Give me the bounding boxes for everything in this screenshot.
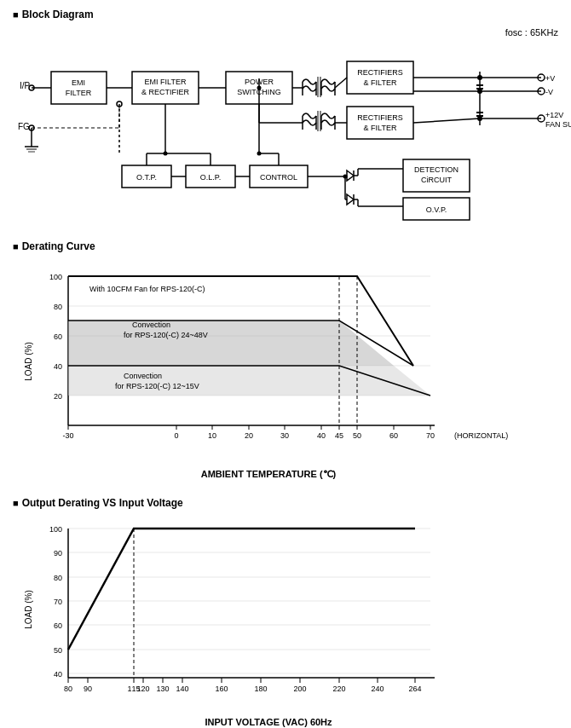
svg-text:20: 20 — [54, 392, 62, 401]
svg-text:& FILTER: & FILTER — [364, 78, 397, 87]
svg-text:80: 80 — [54, 574, 62, 582]
derating-xlabel: AMBIENT TEMPERATURE (℃) — [21, 469, 516, 480]
svg-text:& FILTER: & FILTER — [364, 124, 397, 132]
svg-rect-30 — [347, 107, 413, 139]
svg-text:FAN SUPPLY: FAN SUPPLY — [545, 120, 571, 129]
svg-point-77 — [257, 86, 262, 90]
svg-text:O.T.P.: O.T.P. — [136, 173, 157, 182]
svg-text:160: 160 — [215, 685, 228, 693]
output-derating-xlabel: INPUT VOLTAGE (VAC) 60Hz — [21, 717, 516, 727]
svg-text:70: 70 — [426, 431, 435, 440]
svg-text:70: 70 — [54, 598, 62, 606]
derating-chart-container: LOAD (%) 100 80 60 40 20 — [21, 259, 516, 480]
svg-text:100: 100 — [49, 273, 62, 281]
block-diagram-svg: I/P FG EMI FILTER EMI FILTER & RECTIFIER… — [13, 27, 558, 223]
svg-text:for RPS-120(-C) 24~48V: for RPS-120(-C) 24~48V — [124, 331, 208, 339]
svg-line-69 — [335, 78, 347, 88]
svg-text:LOAD (%): LOAD (%) — [24, 342, 33, 381]
svg-marker-87 — [347, 170, 354, 181]
svg-text:80: 80 — [54, 303, 62, 311]
svg-text:60: 60 — [54, 621, 62, 630]
svg-text:Convection: Convection — [132, 321, 170, 329]
svg-text:200: 200 — [293, 685, 306, 693]
svg-text:With 10CFM Fan for RPS-120(-C): With 10CFM Fan for RPS-120(-C) — [89, 285, 205, 293]
svg-text:LOAD (%): LOAD (%) — [24, 590, 33, 629]
svg-text:CONTROL: CONTROL — [260, 173, 297, 182]
svg-text:+V: +V — [545, 74, 555, 83]
svg-text:O.V.P.: O.V.P. — [426, 205, 447, 214]
svg-text:220: 220 — [332, 685, 345, 693]
svg-text:O.L.P.: O.L.P. — [200, 173, 221, 182]
svg-text:CiRCUIT: CiRCUIT — [421, 176, 452, 184]
svg-text:-V: -V — [545, 88, 553, 96]
svg-text:50: 50 — [54, 646, 62, 655]
svg-text:120: 120 — [136, 685, 149, 693]
svg-text:DETECTION: DETECTION — [414, 165, 459, 174]
svg-text:50: 50 — [353, 431, 361, 440]
svg-text:60: 60 — [54, 332, 62, 341]
svg-text:0: 0 — [174, 431, 178, 440]
svg-text:264: 264 — [408, 685, 421, 693]
svg-text:90: 90 — [84, 685, 92, 693]
svg-text:EMI FILTER: EMI FILTER — [145, 78, 187, 86]
svg-text:10: 10 — [208, 431, 216, 440]
output-derating-chart-container: LOAD (%) 100 90 80 70 60 50 40 — [21, 516, 516, 727]
svg-text:(HORIZONTAL): (HORIZONTAL) — [454, 431, 508, 440]
svg-text:RECTIFIERS: RECTIFIERS — [357, 113, 403, 122]
derating-title: Derating Curve — [13, 240, 558, 252]
svg-text:EMI: EMI — [72, 78, 85, 87]
svg-marker-144 — [68, 366, 430, 396]
block-diagram-title: Block Diagram — [13, 9, 558, 20]
svg-text:45: 45 — [335, 431, 343, 440]
svg-text:FILTER: FILTER — [66, 89, 92, 97]
svg-text:40: 40 — [317, 431, 326, 440]
svg-text:Convection: Convection — [124, 372, 162, 380]
svg-text:+12V: +12V — [545, 111, 563, 119]
svg-marker-93 — [347, 194, 354, 205]
output-derating-chart-svg: LOAD (%) 100 90 80 70 60 50 40 — [21, 516, 516, 712]
svg-text:90: 90 — [54, 549, 62, 558]
derating-section: Derating Curve LOAD (%) 100 80 60 40 20 — [13, 240, 558, 480]
svg-rect-6 — [51, 72, 107, 104]
output-derating-title: Output Derating VS Input Voltage — [13, 497, 558, 509]
svg-text:130: 130 — [156, 685, 169, 693]
svg-text:FG: FG — [18, 122, 30, 131]
svg-text:-30: -30 — [62, 431, 73, 440]
svg-point-100 — [343, 175, 348, 179]
svg-text:60: 60 — [389, 431, 398, 440]
svg-text:20: 20 — [245, 431, 253, 440]
block-diagram-container: fosc : 65KHz I/P FG EMI FILTER EMI FILTE… — [13, 27, 558, 223]
derating-chart-svg: LOAD (%) 100 80 60 40 20 — [21, 259, 516, 464]
svg-text:240: 240 — [371, 685, 384, 693]
output-derating-section: Output Derating VS Input Voltage LOAD (%… — [13, 497, 558, 727]
svg-text:80: 80 — [64, 685, 72, 693]
svg-text:100: 100 — [49, 525, 62, 534]
svg-text:& RECTIFIER: & RECTIFIER — [141, 88, 190, 96]
svg-text:30: 30 — [280, 431, 289, 440]
block-diagram-section: Block Diagram fosc : 65KHz I/P FG EMI FI… — [13, 9, 558, 223]
svg-rect-27 — [347, 61, 413, 94]
svg-text:40: 40 — [54, 670, 62, 679]
svg-text:180: 180 — [254, 685, 267, 693]
svg-text:40: 40 — [54, 362, 62, 371]
svg-point-83 — [164, 152, 168, 156]
svg-text:for RPS-120(-C) 12~15V: for RPS-120(-C) 12~15V — [115, 382, 199, 390]
svg-text:140: 140 — [176, 685, 188, 693]
svg-text:RECTIFIERS: RECTIFIERS — [357, 68, 403, 77]
svg-point-104 — [257, 152, 262, 156]
svg-line-75 — [413, 118, 480, 123]
